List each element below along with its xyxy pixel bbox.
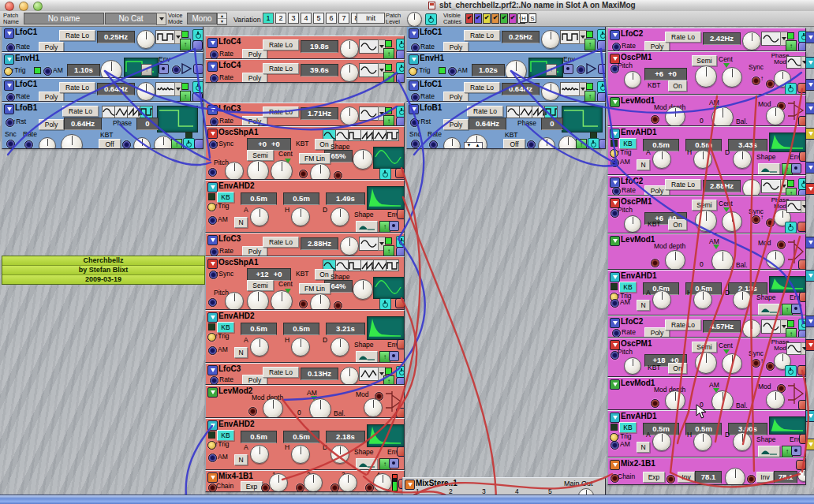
waveform-square-icon[interactable] [560,30,581,44]
hold-knob[interactable] [693,290,712,309]
rate-knob[interactable] [136,30,155,49]
pitch-input-port[interactable] [208,298,217,307]
fm-amount-knob[interactable] [310,293,330,310]
module-title[interactable]: EnvAHD2 [218,312,255,320]
shape-curve-button[interactable] [758,163,780,175]
monitor-button[interactable]: ↑ [383,72,394,83]
attack-knob[interactable] [250,338,269,357]
phase-input-port[interactable] [122,140,131,149]
power-button[interactable] [785,222,797,233]
semi-knob[interactable] [695,210,717,232]
mod-input-port[interactable] [777,241,786,249]
waveform-saw-icon[interactable] [127,106,140,118]
poly-button[interactable]: Poly [39,42,64,52]
am-input-port[interactable] [610,441,619,450]
module-title[interactable]: LfoC2 [621,29,643,38]
category-dropdown-button[interactable] [156,13,166,25]
kb-button[interactable]: KB [217,322,234,333]
rate-lo-button[interactable]: Rate Lo [59,82,95,93]
module-title[interactable]: LfoC1 [15,80,37,88]
input-port-1[interactable] [667,475,675,483]
output-port[interactable] [798,259,806,270]
output-port[interactable] [397,446,405,457]
tune-value[interactable]: +12+0 [247,268,291,281]
rate-value[interactable]: 2.88Hz [703,180,741,192]
output-port[interactable] [797,365,806,375]
module-title[interactable]: LevMod1 [621,379,655,387]
level-knob-3[interactable] [338,473,357,492]
shape-mod-port[interactable] [334,301,342,310]
rate-coarse-knob[interactable] [61,134,83,149]
cent-value[interactable]: +0 [271,270,285,278]
power-button[interactable] [396,366,405,378]
power-button[interactable] [785,365,797,377]
power-button[interactable] [588,138,599,149]
kbt-button[interactable]: On [668,80,687,91]
rate-input-port[interactable] [429,140,438,149]
poly-button[interactable]: Poly [443,42,469,52]
rate-lo-button[interactable]: Rate Lo [62,106,99,117]
module-title[interactable]: LfoC4 [218,37,241,46]
variation-button-5[interactable]: 5 [313,13,324,24]
decay-knob[interactable] [733,150,752,169]
shape-mod-port[interactable] [334,171,342,180]
phase-value[interactable]: 0 [541,118,563,130]
semi-knob[interactable] [695,65,717,88]
attack-knob[interactable] [652,432,671,451]
cent-knob[interactable] [722,353,742,374]
module-title[interactable]: EnvH1 [420,54,444,62]
rate-lo-button[interactable]: Rate Lo [467,106,503,117]
waveform-pulse-icon[interactable] [348,129,361,141]
poly-button[interactable]: Poly [443,119,469,130]
semi-button[interactable]: Semi [692,55,717,66]
bottom-scroll-strip[interactable] [0,495,814,504]
output-port[interactable] [192,40,203,50]
waveform-tri-icon[interactable] [114,106,128,118]
output-port[interactable] [798,400,806,410]
level-knob-4[interactable] [373,473,392,492]
balance-knob[interactable] [309,398,331,418]
module-title[interactable]: LfoC3 [218,364,241,373]
mod-depth-port[interactable] [651,399,659,408]
waveform-square-icon[interactable] [155,30,176,44]
level-knob-2[interactable] [797,469,806,482]
rate-input-port[interactable] [612,329,621,338]
rate-lo-button[interactable]: Rate Lo [263,367,299,378]
power-button[interactable] [379,168,391,180]
output-port[interactable] [597,92,606,102]
rate-lo-button[interactable]: Rate Lo [263,106,299,118]
spinner-up-icon[interactable]: ▲ [218,13,226,19]
output-port[interactable] [798,116,806,126]
module-menu-button[interactable] [610,30,620,40]
am-input-port[interactable] [208,454,217,462]
module-title[interactable]: LevMod2 [218,386,252,395]
output-port[interactable] [396,247,405,256]
module-menu-button[interactable] [610,379,620,390]
module-title[interactable]: OscShpA1 [218,258,259,267]
variation-button-4[interactable]: 4 [301,13,312,24]
module-title[interactable]: EnvAHD1 [621,271,657,280]
power-button[interactable] [597,81,606,93]
shape-curve-button[interactable] [356,221,378,233]
minimize-button[interactable] [19,2,28,11]
decay-value[interactable]: 3.43s [728,139,767,151]
module-title[interactable]: LfoC3 [218,104,241,113]
module-menu-button[interactable] [4,54,14,65]
title-bar[interactable]: sbt_cherchbellz.prf2:.No name in Slot A … [0,0,814,12]
balance-knob[interactable] [711,106,734,126]
am-input-port[interactable] [43,67,52,76]
hold-knob[interactable] [291,445,310,464]
rate-input-port[interactable] [210,376,218,385]
decay-knob[interactable] [733,290,752,309]
patch-level-knob[interactable] [407,12,422,27]
monitor-button[interactable]: ↑ [584,39,596,50]
mute-button[interactable] [389,458,399,469]
exp-button[interactable]: Exp [643,472,665,483]
poly-button[interactable]: Poly [39,119,64,130]
module-menu-button[interactable] [610,177,620,188]
voice-mode-spinner[interactable]: ▲ ▼ [217,13,227,25]
module-title[interactable]: LevMod1 [621,235,655,244]
module-menu-button[interactable] [610,413,620,423]
fm-mode-button[interactable]: FM Lin [299,153,330,164]
pitch-input-port[interactable] [208,168,217,177]
